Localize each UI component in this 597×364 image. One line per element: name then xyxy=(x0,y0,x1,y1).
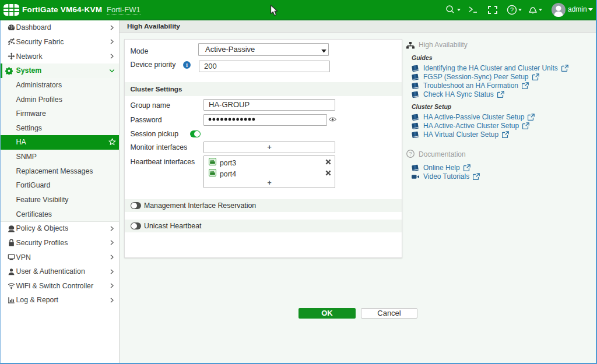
svg-text:?: ? xyxy=(409,150,412,157)
svg-text:i: i xyxy=(186,62,188,68)
svg-text:?: ? xyxy=(510,6,514,13)
